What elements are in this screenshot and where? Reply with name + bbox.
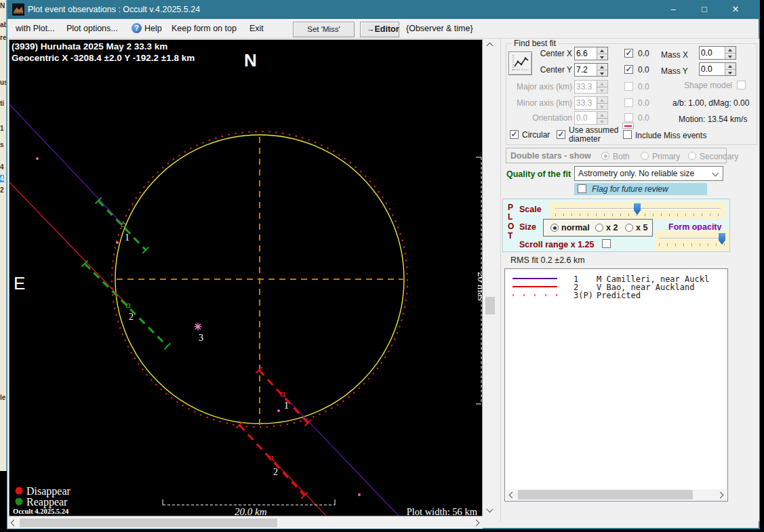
predicted-line-swatch (512, 294, 557, 296)
menu-help[interactable]: Help (144, 24, 162, 33)
scroll-down-icon[interactable] (487, 506, 494, 513)
center-y-spinner[interactable] (574, 63, 608, 77)
vertical-scroll-thumb[interactable] (485, 297, 495, 314)
mass-x-label: Mass X (661, 50, 688, 60)
center-y-zero-checkbox[interactable]: ✓ (624, 65, 633, 74)
disappear-legend-dot (16, 487, 23, 495)
scroll-up-icon[interactable] (487, 43, 494, 49)
bg-fragment: le (0, 394, 5, 401)
chord2-reappear-label: 2 (129, 312, 134, 322)
reappear-legend-label: Reappear (26, 496, 68, 508)
spin-down-icon[interactable] (597, 70, 607, 76)
ab-dmag-label: a/b: 1.00, dMag: 0.00 (672, 98, 749, 108)
list-item[interactable]: 3(P) Predicted (505, 291, 727, 300)
close-button[interactable]: ✕ (720, 0, 751, 19)
scroll-left-icon[interactable] (11, 520, 18, 527)
quality-combobox[interactable]: Astrometry only. No reliable size (574, 166, 723, 181)
mass-x-spinner[interactable] (699, 46, 736, 60)
scroll-right-icon[interactable] (717, 492, 724, 499)
menu-with-plot[interactable]: with Plot... (16, 24, 55, 33)
spin-up-icon[interactable] (597, 47, 607, 54)
scroll-right-icon[interactable] (473, 520, 480, 527)
scroll-range-checkbox[interactable] (602, 239, 611, 248)
plot-letter-p: P (508, 203, 513, 212)
mass-y-input[interactable] (701, 63, 723, 75)
scale-label: Scale (519, 205, 542, 214)
minor-axis-zero-label: 0.0 (638, 98, 649, 108)
spin-up-icon[interactable] (725, 47, 736, 53)
scroll-left-icon[interactable] (509, 492, 516, 499)
circular-checkbox[interactable]: ✓ (510, 130, 519, 139)
bg-fragment: 4 (0, 163, 4, 171)
bg-fragment: ti (0, 100, 4, 107)
miss-line-icon (622, 123, 634, 129)
size-x2-label: x 2 (606, 223, 618, 232)
chord2-track-in (9, 182, 128, 306)
list-scroll-thumb[interactable] (518, 490, 693, 499)
major-axis-zero-checkbox (624, 82, 633, 91)
size-normal-radio[interactable] (550, 224, 559, 232)
scroll-range-label: Scroll range x 1.25 (519, 240, 594, 249)
editor-button[interactable]: →Editor (360, 22, 399, 37)
size-x2-radio[interactable] (595, 224, 603, 232)
control-panel: Find best fit Center X ✓ 0.0 Mass X Cent… (500, 39, 759, 521)
double-primary-label: Primary (652, 152, 680, 161)
set-miss-times-button[interactable]: Set 'Miss' Times (293, 22, 355, 37)
spin-up-icon[interactable] (597, 64, 607, 70)
plot-letter-t: T (508, 231, 512, 241)
spin-down-icon[interactable] (597, 54, 607, 60)
center-x-zero-checkbox[interactable]: ✓ (624, 49, 633, 58)
double-secondary-label: Secondary (700, 152, 738, 161)
reappear-legend-dot (16, 498, 23, 506)
maximize-button[interactable]: □ (689, 0, 720, 19)
help-icon[interactable]: ? (132, 23, 142, 33)
size-radio-group: normal x 2 x 5 (543, 219, 653, 237)
menu-plot-options[interactable]: Plot options... (66, 24, 118, 33)
occult-plot-window: Plot event observations : Occult v.4.202… (7, 0, 760, 529)
shape-model-checkbox (737, 81, 746, 89)
size-x5-radio[interactable] (625, 224, 633, 232)
scale-slider[interactable] (550, 202, 726, 220)
major-axis-zero-label: 0.0 (638, 82, 649, 91)
find-best-fit-title: Find best fit (512, 39, 558, 48)
double-both-label: Both (613, 152, 630, 161)
chord2-disappear-label: 2 (273, 467, 278, 477)
menu-exit[interactable]: Exit (249, 24, 264, 33)
menu-keep-on-top[interactable]: Keep form on top (172, 24, 237, 33)
form-opacity-slider[interactable] (655, 230, 729, 251)
scale-bar-label: 20.0 km (235, 506, 267, 516)
spin-down-icon[interactable] (725, 69, 736, 75)
spin-up-icon[interactable] (725, 63, 736, 69)
center-y-label: Center Y (506, 65, 572, 75)
mass-y-spinner[interactable] (699, 62, 736, 76)
bg-fragment: N (0, 2, 5, 9)
quality-label: Quality of the fit (506, 169, 571, 179)
major-axis-label: Major axis (km) (506, 82, 572, 91)
spin-down-icon[interactable] (725, 53, 736, 59)
mass-x-input[interactable] (701, 47, 723, 59)
plot-horizontal-scrollbar[interactable] (7, 517, 483, 529)
minimize-button[interactable]: – (658, 0, 689, 19)
use-assumed-label-1: Use assumed (569, 125, 618, 135)
chord1-disappear-label: 1 (284, 401, 289, 411)
use-assumed-diameter-checkbox[interactable]: ✓ (557, 130, 565, 139)
plot-vertical-scrollbar[interactable] (484, 39, 496, 516)
center-y-input[interactable] (576, 64, 595, 76)
plot-area[interactable]: 1 2 1 2 3 (3939) Huruhata 2025 May 2 33.… (9, 39, 483, 516)
observer-list[interactable]: 1 M Camilleri, near Auckl 2 V Bao, near … (504, 268, 728, 502)
plot-title-line2: Geocentric X -3208.4 ±2.0 Y -192.2 ±1.8 … (12, 53, 195, 63)
predicted-center-asterisk (195, 323, 202, 331)
list-horizontal-scrollbar[interactable] (506, 489, 727, 500)
flag-review-checkbox[interactable] (578, 184, 586, 193)
bg-fragment: 1 (0, 125, 4, 132)
bg-fragment-selected: 4 (0, 175, 4, 182)
center-x-spinner[interactable] (574, 47, 608, 60)
center-x-input[interactable] (576, 47, 595, 60)
horizontal-scroll-thumb[interactable] (20, 518, 277, 527)
north-label: N (244, 50, 257, 70)
include-miss-events-checkbox[interactable] (623, 130, 632, 139)
title-bar[interactable]: Plot event observations : Occult v.4.202… (7, 0, 759, 19)
east-label: E (14, 273, 25, 293)
orientation-zero-checkbox (624, 113, 633, 122)
bg-fragment: s (0, 141, 4, 148)
